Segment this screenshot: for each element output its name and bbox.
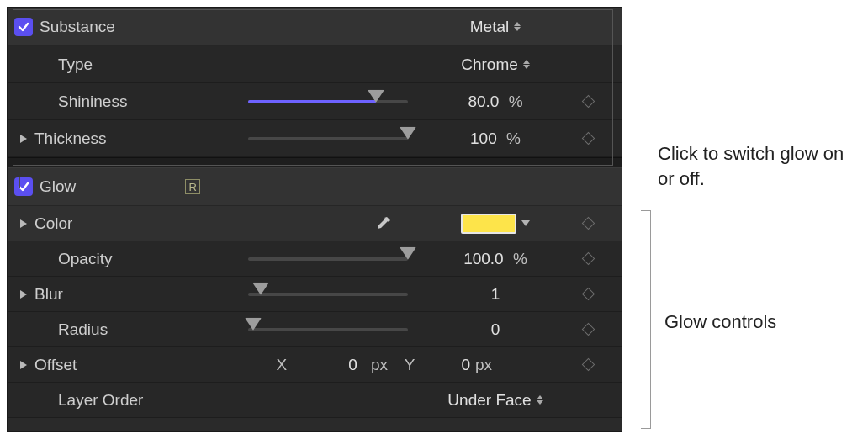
- reset-badge[interactable]: R: [185, 179, 200, 194]
- glow-radius-row: Radius 0: [8, 312, 622, 347]
- glow-offset-label: Offset: [34, 356, 77, 374]
- substance-type-popup[interactable]: Chrome: [428, 56, 563, 74]
- glow-opacity-value: 100.0: [463, 250, 504, 267]
- glow-row: Glow R: [8, 167, 622, 206]
- popup-caret-icon: [523, 60, 530, 69]
- glow-blur-value: 1: [491, 285, 500, 303]
- glow-blur-slider[interactable]: [248, 287, 408, 302]
- glow-opacity-value-field[interactable]: 100.0 %: [428, 250, 563, 268]
- glow-opacity-unit: %: [513, 250, 527, 267]
- glow-blur-value-field[interactable]: 1: [428, 285, 563, 304]
- glow-color-swatch[interactable]: [461, 214, 530, 234]
- disclosure-triangle-icon[interactable]: [18, 288, 29, 300]
- glow-offset-x-value: 0: [299, 356, 357, 374]
- thickness-value: 100: [470, 130, 497, 147]
- glow-opacity-label: Opacity: [58, 250, 112, 268]
- substance-group: Substance Metal Type Chrome Shininess: [8, 8, 622, 167]
- keyframe-diamond-icon[interactable]: [581, 252, 595, 266]
- keyframe-diamond-icon[interactable]: [581, 217, 595, 230]
- glow-offset-y-value: 0: [428, 356, 470, 374]
- substance-type-row: Type Chrome: [8, 46, 622, 83]
- shininess-unit: %: [509, 93, 523, 110]
- keyframe-diamond-icon[interactable]: [581, 132, 595, 145]
- glow-layerorder-row: Layer Order Under Face: [8, 383, 622, 418]
- callout-leader: [651, 320, 658, 320]
- callout-controls: Glow controls: [664, 309, 776, 335]
- thickness-slider[interactable]: [248, 131, 408, 146]
- eyedropper-icon[interactable]: [374, 214, 393, 233]
- shininess-label: Shininess: [58, 93, 127, 111]
- shininess-value: 80.0: [468, 93, 499, 110]
- inspector-panel: Substance Metal Type Chrome Shininess: [7, 7, 622, 432]
- substance-checkbox[interactable]: [14, 18, 33, 36]
- thickness-label: Thickness: [34, 130, 107, 148]
- keyframe-diamond-icon[interactable]: [581, 95, 595, 108]
- callout-leader: [19, 177, 645, 177]
- shininess-value-field[interactable]: 80.0 %: [428, 93, 563, 111]
- glow-checkbox[interactable]: [14, 177, 33, 196]
- thickness-unit: %: [506, 130, 521, 147]
- substance-popup[interactable]: Metal: [428, 18, 563, 36]
- popup-caret-icon: [537, 395, 543, 405]
- disclosure-triangle-icon[interactable]: [18, 218, 29, 230]
- substance-row: Substance Metal: [8, 8, 622, 46]
- glow-radius-label: Radius: [58, 320, 108, 339]
- glow-layerorder-label: Layer Order: [58, 391, 143, 410]
- color-swatch: [461, 214, 516, 234]
- chevron-down-icon: [521, 220, 530, 226]
- substance-label: Substance: [40, 18, 115, 36]
- disclosure-triangle-icon[interactable]: [18, 359, 29, 371]
- callout-toggle: Click to switch glow on or off.: [658, 141, 851, 191]
- glow-offset-y-axis: Y: [401, 356, 418, 374]
- glow-color-row: Color: [8, 206, 622, 241]
- glow-offset-y-field[interactable]: Y: [401, 356, 418, 374]
- glow-radius-slider[interactable]: [248, 322, 408, 337]
- callout-leader: [19, 177, 20, 188]
- shininess-slider[interactable]: [248, 94, 408, 109]
- glow-offset-row: Offset X 0 px Y 0 px: [8, 347, 622, 383]
- glow-group: Glow R Color Opacit: [8, 167, 622, 418]
- keyframe-diamond-icon[interactable]: [581, 323, 595, 336]
- keyframe-diamond-icon[interactable]: [581, 358, 595, 372]
- glow-label: Glow: [40, 177, 76, 196]
- keyframe-diamond-icon[interactable]: [581, 288, 595, 301]
- substance-value: Metal: [470, 18, 509, 36]
- glow-opacity-row: Opacity 100.0 %: [8, 241, 622, 277]
- shininess-row: Shininess 80.0 %: [8, 83, 622, 120]
- callout-bracket: [641, 210, 651, 429]
- glow-radius-value: 0: [491, 320, 500, 338]
- glow-opacity-slider[interactable]: [248, 251, 408, 267]
- thickness-value-field[interactable]: 100 %: [428, 130, 563, 148]
- substance-type-value: Chrome: [461, 56, 518, 74]
- disclosure-triangle-icon[interactable]: [18, 133, 29, 145]
- popup-caret-icon: [514, 22, 521, 31]
- glow-blur-label: Blur: [34, 285, 63, 304]
- glow-offset-x-unit: px: [371, 356, 388, 374]
- glow-color-label: Color: [34, 214, 72, 233]
- substance-type-label: Type: [58, 56, 93, 74]
- glow-layerorder-value: Under Face: [447, 391, 531, 410]
- glow-offset-x-axis: X: [273, 356, 290, 374]
- glow-radius-value-field[interactable]: 0: [428, 320, 563, 339]
- glow-layerorder-popup[interactable]: Under Face: [428, 391, 563, 410]
- glow-blur-row: Blur 1: [8, 277, 622, 312]
- glow-offset-x-field[interactable]: X 0 px: [273, 356, 388, 374]
- thickness-row: Thickness 100 %: [8, 120, 622, 157]
- glow-offset-y-unit: px: [475, 356, 492, 374]
